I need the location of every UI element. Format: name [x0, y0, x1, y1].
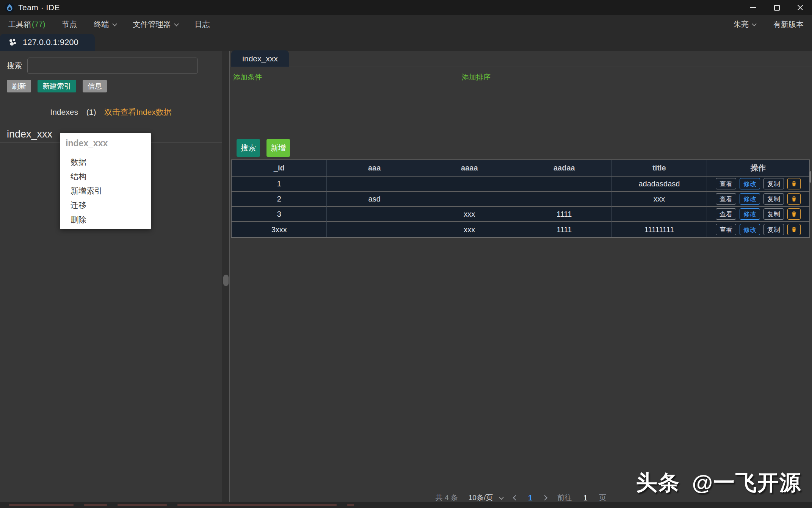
indexes-header: Indexes (1) 双击查看Index数据 [0, 107, 222, 117]
menu-logs[interactable]: 日志 [195, 19, 210, 30]
context-menu-item-data[interactable]: 数据 [71, 155, 151, 169]
cell-title [612, 207, 707, 222]
page-size-select[interactable]: 10条/页 [469, 493, 503, 503]
cell-id: 3xxx [232, 222, 327, 237]
goto-page-input[interactable] [578, 494, 593, 502]
page-size-value: 10条/页 [469, 493, 493, 503]
index-search-input[interactable] [27, 58, 198, 74]
column-header-id: _id [232, 160, 327, 177]
new-version-link[interactable]: 有新版本 [773, 19, 804, 30]
trash-icon [791, 226, 797, 233]
view-button[interactable]: 查看 [716, 208, 736, 220]
next-page-button chevron-right-icon[interactable] [542, 495, 547, 500]
column-header-actions: 操作 [707, 160, 809, 177]
context-menu-item-structure[interactable]: 结构 [71, 169, 151, 184]
panel-resize-handle[interactable] [223, 275, 229, 286]
context-menu-item-new-index[interactable]: 新增索引 [71, 184, 151, 198]
view-button[interactable]: 查看 [716, 178, 736, 189]
delete-button[interactable] [787, 208, 801, 220]
menu-terminal[interactable]: 终端 [94, 19, 116, 30]
trash-icon [791, 211, 797, 217]
new-version-label: 有新版本 [773, 19, 804, 30]
menu-nodes[interactable]: 节点 [62, 19, 77, 30]
table-scrollbar-thumb[interactable] [809, 171, 811, 183]
delete-button[interactable] [787, 178, 801, 189]
connection-tab-label: 127.0.0.1:9200 [23, 38, 78, 47]
minimize-button[interactable] [741, 0, 765, 15]
table-header-row: _id aaa aaaa aadaa title 操作 [232, 160, 809, 177]
info-button[interactable]: 信息 [83, 80, 107, 92]
column-header-aadaa: aadaa [517, 160, 612, 177]
minimize-icon [750, 7, 756, 8]
pagination-total: 共 4 条 [436, 493, 458, 503]
menu-file-manager[interactable]: 文件管理器 [133, 19, 178, 30]
table-row: 2 asd xxx 查看 修改 复制 [232, 192, 809, 207]
cell-id: 3 [232, 207, 327, 222]
table-search-button[interactable]: 搜索 [237, 139, 260, 157]
window-title: Team · IDE [18, 3, 60, 12]
edit-button[interactable]: 修改 [740, 193, 760, 205]
chevron-down-icon [112, 21, 117, 26]
copy-button[interactable]: 复制 [763, 224, 784, 235]
connection-tab[interactable]: 127.0.0.1:9200 [0, 34, 95, 51]
close-button[interactable] [788, 0, 812, 15]
footer-faint-text [118, 504, 167, 506]
app-logo-flame-icon [5, 3, 15, 13]
cell-aadaa [517, 177, 612, 192]
edit-button[interactable]: 修改 [740, 208, 760, 220]
copy-button[interactable]: 复制 [763, 178, 784, 189]
menu-logs-label: 日志 [195, 19, 210, 30]
index-document-tab[interactable]: index_xxx [231, 50, 289, 67]
cell-aadaa: 1111 [517, 207, 612, 222]
cell-aaaa: xxx [422, 207, 517, 222]
cell-id: 1 [232, 177, 327, 192]
delete-button[interactable] [787, 224, 801, 235]
menu-terminal-label: 终端 [94, 19, 109, 30]
data-table: _id aaa aaaa aadaa title 操作 1 adadasdasd… [231, 159, 810, 238]
footer-faint-text [9, 504, 74, 506]
close-icon [797, 4, 804, 11]
indexes-hint: 双击查看Index数据 [104, 108, 171, 116]
current-page-number[interactable]: 1 [528, 494, 532, 502]
delete-button[interactable] [787, 193, 801, 205]
table-row: 3 xxx 1111 查看 修改 复制 [232, 207, 809, 222]
context-menu-item-migrate[interactable]: 迁移 [71, 198, 151, 213]
goto-label: 前往 [557, 493, 572, 503]
cell-aaa [327, 222, 422, 237]
cell-aaaa [422, 192, 517, 207]
add-condition-link[interactable]: 添加条件 [233, 72, 262, 82]
chevron-down-icon [174, 21, 179, 26]
table-add-button[interactable]: 新增 [266, 139, 290, 157]
page-suffix-label: 页 [599, 493, 606, 503]
refresh-button[interactable]: 刷新 [7, 80, 31, 92]
panel-divider [222, 51, 230, 508]
copy-button[interactable]: 复制 [763, 208, 784, 220]
add-sort-link[interactable]: 添加排序 [462, 72, 491, 82]
menu-toolbox[interactable]: 工具箱 (77) [8, 19, 45, 30]
elasticsearch-cluster-icon [8, 38, 17, 47]
edit-button[interactable]: 修改 [740, 224, 760, 235]
view-button[interactable]: 查看 [716, 193, 736, 205]
cell-actions: 查看 修改 复制 [707, 222, 809, 237]
trash-icon [791, 195, 797, 202]
user-name: 朱亮 [734, 19, 749, 30]
view-button[interactable]: 查看 [716, 224, 736, 235]
maximize-button[interactable] [765, 0, 788, 15]
title-bar: Team · IDE [0, 0, 812, 15]
create-index-button[interactable]: 新建索引 [38, 80, 76, 92]
edit-button[interactable]: 修改 [740, 178, 760, 189]
copy-button[interactable]: 复制 [763, 193, 784, 205]
context-menu-item-delete[interactable]: 删除 [71, 213, 151, 227]
column-header-title: title [612, 160, 707, 177]
app-window: Team · IDE 工具箱 (77) 节点 终端 文件管理器 日志 朱亮 [0, 0, 812, 508]
cell-title: 11111111 [612, 222, 707, 237]
cell-actions: 查看 修改 复制 [707, 207, 809, 222]
goto-page-group: 前往 页 [557, 493, 606, 503]
watermark-bold: 头条 [636, 470, 680, 494]
workspace: 搜索 刷新 新建索引 信息 Indexes (1) 双击查看Index数据 in… [0, 51, 812, 508]
context-menu-title: index_xxx [66, 138, 151, 155]
cell-actions: 查看 修改 复制 [707, 192, 809, 207]
cell-aadaa [517, 192, 612, 207]
user-menu[interactable]: 朱亮 [734, 19, 756, 30]
prev-page-button chevron-left-icon[interactable] [513, 495, 518, 500]
